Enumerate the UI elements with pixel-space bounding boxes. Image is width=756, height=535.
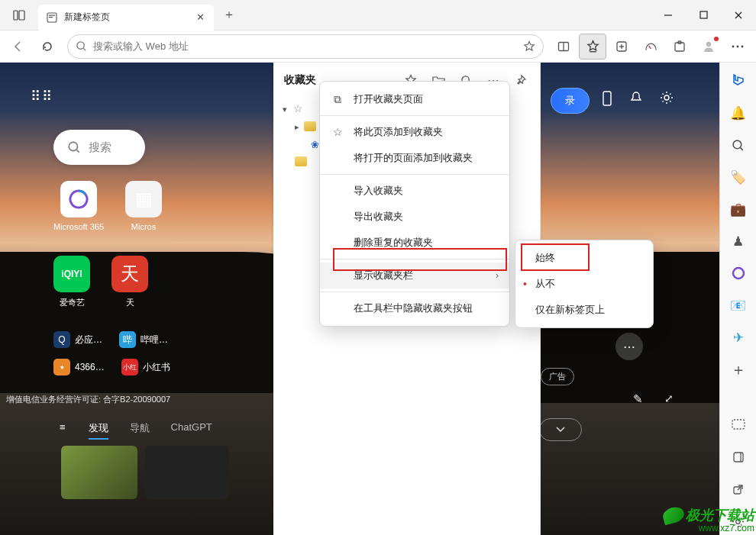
tile-m365[interactable]: Microsoft 365 [53,181,104,231]
watermark: 极光下载站 www.xz7.com [663,506,754,533]
feed-card[interactable] [145,446,229,499]
menu-label: 导出收藏夹 [354,210,403,224]
quicklink-xhs[interactable]: 小红小红书 [121,359,170,375]
ntp-settings-icon[interactable] [660,91,674,105]
svg-point-9 [77,42,84,49]
tab-close-button[interactable]: ✕ [194,11,206,24]
submenu-never[interactable]: 从不 [515,271,653,297]
sidebar-send-icon[interactable]: ✈ [725,324,752,351]
svg-rect-4 [49,17,53,18]
submenu-newtab-only[interactable]: 仅在新标签页上 [515,297,653,323]
tab-actions-button[interactable] [3,2,35,28]
menu-label: 将打开的页面添加到收藏夹 [354,151,473,165]
address-bar[interactable] [67,34,544,59]
menu-separator [320,292,509,292]
feed-tab-chatgpt[interactable]: ChatGPT [171,421,212,440]
bilibili-icon: 哔 [119,331,136,348]
svg-rect-1 [19,11,24,20]
edit-icon[interactable]: ✎ [633,392,643,406]
svg-rect-0 [14,11,18,20]
page-content: ⠿⠿ 录 搜索 Microsoft 365 ▦ Micros iQIYI 爱奇艺 [0,63,719,535]
ms-icon: ▦ [125,181,162,218]
watermark-url: www.xz7.com [699,523,754,533]
weather-icon: 天 [111,256,148,292]
tile-label: Micros [131,222,156,231]
pin-panel-button[interactable] [509,69,532,92]
sidebar-tools-icon[interactable]: 💼 [725,195,752,223]
svg-rect-38 [732,420,745,429]
sidebar-notify-icon[interactable]: 🔔 [725,99,752,127]
feed-dropdown[interactable] [539,418,582,441]
favorites-context-menu: ⧉打开收藏夹页面 ☆将此页添加到收藏夹 将打开的页面添加到收藏夹 导入收藏夹 导… [319,81,510,327]
ntp-search-box[interactable]: 搜索 [53,130,145,165]
favorite-star-icon[interactable] [523,40,535,53]
hamburger-icon[interactable]: ≡ [60,421,66,440]
menu-label: 导入收藏夹 [354,184,403,198]
folder-icon [295,156,307,166]
quicklink-bilibili[interactable]: 哔哔哩… [119,331,168,348]
search-icon [67,140,81,154]
menu-add-this-page[interactable]: ☆将此页添加到收藏夹 [320,119,509,145]
login-button[interactable]: 录 [551,88,590,114]
menu-hide-favorites-button[interactable]: 在工具栏中隐藏收藏夹按钮 [320,295,509,321]
favorites-button[interactable] [579,34,606,60]
apps-launcher-icon[interactable]: ⠿⠿ [31,88,53,105]
menu-separator [320,259,509,259]
performance-button[interactable] [637,34,664,60]
settings-more-button[interactable] [724,34,751,60]
tile-microsoft[interactable]: ▦ Micros [125,181,162,231]
mobile-icon[interactable] [602,91,612,106]
sidebar-shopping-icon[interactable]: 🏷️ [725,163,752,191]
sidebar-screenshot-icon[interactable] [725,411,752,439]
menu-remove-duplicates[interactable]: 删除重复的收藏夹 [320,230,509,256]
sidebar-external-icon[interactable] [725,475,752,503]
window-close-button[interactable] [721,0,756,31]
window-minimize-button[interactable] [651,0,686,31]
tile-weather[interactable]: 天 天 [111,256,148,308]
svg-rect-6 [700,11,707,18]
menu-open-favorites-page[interactable]: ⧉打开收藏夹页面 [320,86,509,112]
window-maximize-button[interactable] [686,0,721,31]
menu-separator [320,115,509,116]
back-button[interactable] [5,34,32,60]
bing-chat-icon[interactable] [725,67,752,95]
address-input[interactable] [93,40,517,52]
ql-label: 哔哩… [141,334,168,346]
feed-tab-discover[interactable]: 发现 [89,421,108,440]
menu-add-open-pages[interactable]: 将打开的页面添加到收藏夹 [320,145,509,171]
collections-button[interactable] [608,34,635,60]
sidebar-m365-icon[interactable] [725,259,752,287]
tab-title: 新建标签页 [64,11,188,24]
feed-card[interactable] [61,446,137,499]
new-tab-button[interactable]: ＋ [218,5,240,26]
svg-point-25 [69,142,77,150]
sidebar-hide-icon[interactable] [725,443,752,471]
svg-line-26 [76,150,79,152]
menu-show-favorites-bar[interactable]: 显示收藏夹栏› [320,263,509,288]
menu-export-favorites[interactable]: 导出收藏夹 [320,204,509,230]
expand-icon[interactable]: ⤢ [664,392,674,404]
m365-icon [60,181,97,218]
sidebar-search-icon[interactable] [725,131,752,159]
svg-rect-17 [675,43,684,51]
sidebar-outlook-icon[interactable]: 📧 [725,292,752,319]
feed-tab-nav[interactable]: 导航 [130,421,150,440]
split-screen-button[interactable] [550,34,577,60]
svg-line-10 [83,48,86,50]
tile-iqiyi[interactable]: iQIYI 爱奇艺 [53,256,90,308]
menu-label: 从不 [535,277,555,291]
menu-import-favorites[interactable]: 导入收藏夹 [320,178,509,204]
submenu-always[interactable]: 始终 [515,245,653,271]
notifications-icon[interactable] [629,91,643,105]
profile-button[interactable] [695,34,722,60]
browser-tab[interactable]: 新建标签页 ✕ [38,5,214,31]
ql-label: 4366… [75,362,105,372]
sidebar-games-icon[interactable]: ♟ [725,227,752,255]
card-more-button[interactable]: ⋯ [615,333,643,360]
sidebar-add-icon[interactable]: ＋ [725,356,752,383]
quicklink-bing[interactable]: Q必应… [53,331,102,348]
quicklink-4366[interactable]: ٭4366… [53,359,105,375]
refresh-button[interactable] [34,34,61,60]
extensions-button[interactable] [666,34,693,60]
svg-line-36 [741,147,743,150]
